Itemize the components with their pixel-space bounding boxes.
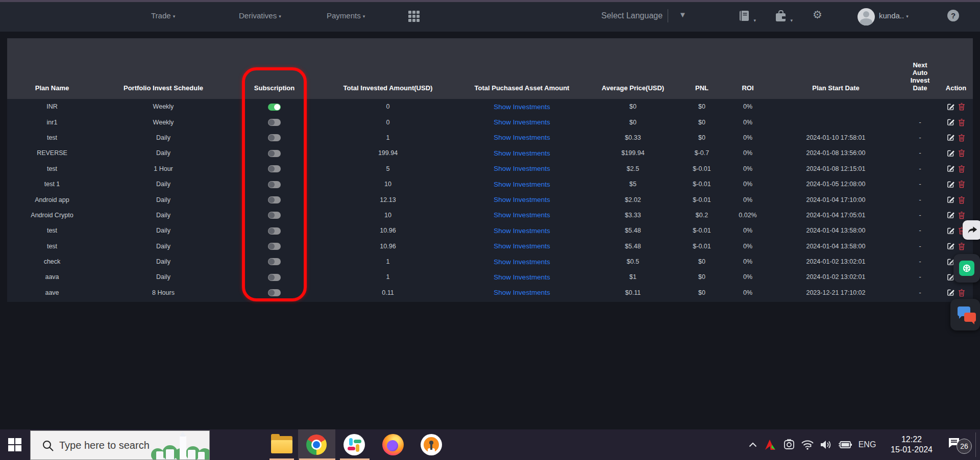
plan-name-cell: inr1 bbox=[7, 114, 97, 130]
notification-center-button[interactable]: 26 bbox=[943, 429, 974, 460]
delete-icon[interactable] bbox=[958, 118, 965, 126]
pnl-cell: $0 bbox=[679, 114, 725, 130]
edit-icon[interactable] bbox=[947, 227, 954, 235]
show-investments-link[interactable]: Show Investments bbox=[494, 227, 550, 235]
edit-icon[interactable] bbox=[947, 149, 954, 157]
subscription-toggle[interactable] bbox=[268, 274, 281, 281]
subscription-toggle[interactable] bbox=[268, 165, 281, 172]
openvpn-icon[interactable] bbox=[416, 429, 447, 460]
notification-count-badge: 26 bbox=[957, 439, 972, 454]
subscription-toggle[interactable] bbox=[268, 104, 281, 111]
edit-icon[interactable] bbox=[947, 242, 954, 250]
wifi-icon[interactable] bbox=[798, 429, 817, 460]
edit-icon[interactable] bbox=[947, 103, 954, 111]
delete-icon[interactable] bbox=[958, 103, 965, 111]
delete-icon[interactable] bbox=[958, 180, 965, 188]
schedule-cell: Daily bbox=[97, 208, 230, 223]
purchased-asset-cell: Show Investments bbox=[457, 239, 587, 254]
column-header-invested: Total Invested Amount(USD) bbox=[319, 38, 457, 99]
edit-icon[interactable] bbox=[947, 134, 954, 141]
table-row: test Daily 1 Show Investments $0.33 $0 0… bbox=[7, 130, 973, 145]
battery-icon[interactable] bbox=[835, 429, 855, 460]
avatar[interactable] bbox=[857, 8, 875, 25]
show-investments-link[interactable]: Show Investments bbox=[494, 149, 550, 157]
nav-menu-derivatives[interactable]: Derivatives▾ bbox=[239, 11, 281, 20]
help-icon[interactable]: ? bbox=[947, 10, 959, 21]
slack-icon[interactable] bbox=[339, 429, 370, 460]
show-investments-link[interactable]: Show Investments bbox=[494, 181, 550, 188]
show-investments-link[interactable]: Show Investments bbox=[494, 273, 550, 281]
apps-grid-icon[interactable] bbox=[408, 11, 420, 22]
subscription-toggle[interactable] bbox=[268, 212, 281, 219]
chrome-icon[interactable] bbox=[301, 429, 332, 460]
tray-graphics-app-icon[interactable] bbox=[762, 429, 779, 460]
show-investments-link[interactable]: Show Investments bbox=[494, 289, 550, 296]
roi-cell: 0% bbox=[725, 161, 771, 176]
plan-start-date-cell: 2024-01-05 12:08:00 bbox=[771, 176, 901, 192]
edit-icon[interactable] bbox=[947, 165, 954, 172]
show-investments-link[interactable]: Show Investments bbox=[494, 118, 550, 126]
plan-name-cell: aave bbox=[7, 285, 97, 300]
delete-icon[interactable] bbox=[958, 196, 965, 204]
purchased-asset-cell: Show Investments bbox=[457, 285, 587, 300]
show-investments-link[interactable]: Show Investments bbox=[494, 242, 550, 250]
file-explorer-icon[interactable] bbox=[266, 429, 297, 460]
subscription-cell bbox=[230, 192, 319, 207]
subscription-toggle[interactable] bbox=[268, 227, 281, 235]
subscription-toggle[interactable] bbox=[268, 134, 281, 141]
delete-icon[interactable] bbox=[958, 242, 965, 250]
show-investments-link[interactable]: Show Investments bbox=[494, 196, 550, 203]
edit-icon[interactable] bbox=[947, 196, 954, 203]
taskbar-search[interactable] bbox=[30, 430, 210, 460]
firefox-icon[interactable] bbox=[378, 429, 408, 460]
subscription-toggle[interactable] bbox=[268, 258, 281, 265]
time-label: 12:22 bbox=[901, 435, 922, 445]
delete-icon[interactable] bbox=[958, 149, 965, 157]
chat-bubbles-extension-button[interactable] bbox=[950, 299, 980, 330]
show-investments-link[interactable]: Show Investments bbox=[494, 134, 550, 141]
plan-name-cell: test bbox=[7, 223, 97, 238]
delete-icon[interactable] bbox=[958, 134, 965, 142]
subscription-toggle[interactable] bbox=[268, 289, 281, 296]
language-dropdown-icon[interactable]: ▼ bbox=[679, 10, 687, 19]
delete-icon[interactable] bbox=[958, 289, 965, 297]
show-investments-link[interactable]: Show Investments bbox=[494, 258, 550, 266]
start-button[interactable] bbox=[0, 429, 30, 460]
show-investments-link[interactable]: Show Investments bbox=[494, 211, 550, 219]
show-desktop-divider[interactable] bbox=[975, 432, 976, 457]
edit-icon[interactable] bbox=[947, 211, 954, 219]
column-header-subscription: Subscription bbox=[230, 38, 319, 99]
delete-icon[interactable] bbox=[958, 165, 965, 173]
next-auto-invest-cell: - bbox=[901, 192, 939, 207]
orders-book-icon[interactable]: ▾ bbox=[739, 10, 756, 24]
nav-menu-trade[interactable]: Trade▾ bbox=[151, 11, 175, 20]
nav-menu-payments[interactable]: Payments▾ bbox=[327, 11, 365, 20]
settings-gear-icon[interactable]: ⚙ bbox=[813, 9, 822, 21]
edit-icon[interactable] bbox=[947, 289, 954, 296]
taskbar-clock[interactable]: 12:22 15-01-2024 bbox=[882, 429, 941, 460]
tray-expand-chevron-icon[interactable] bbox=[744, 429, 762, 460]
plan-name-cell: aava bbox=[7, 269, 97, 285]
subscription-toggle[interactable] bbox=[268, 181, 281, 188]
volume-icon[interactable] bbox=[817, 429, 835, 460]
delete-icon[interactable] bbox=[958, 211, 965, 219]
divider bbox=[668, 9, 668, 22]
edit-icon[interactable] bbox=[947, 118, 954, 126]
show-investments-link[interactable]: Show Investments bbox=[494, 103, 550, 111]
subscription-toggle[interactable] bbox=[268, 150, 281, 157]
show-investments-link[interactable]: Show Investments bbox=[494, 165, 550, 172]
roi-cell: 0% bbox=[725, 269, 771, 285]
subscription-toggle[interactable] bbox=[268, 196, 281, 203]
schedule-cell: 8 Hours bbox=[97, 285, 230, 300]
subscription-toggle[interactable] bbox=[268, 119, 281, 126]
keyboard-language-indicator[interactable]: ENG bbox=[855, 429, 879, 460]
subscription-toggle[interactable] bbox=[268, 243, 281, 250]
edit-icon[interactable] bbox=[947, 181, 954, 188]
share-extension-button[interactable] bbox=[963, 220, 980, 240]
tray-display-icon[interactable] bbox=[780, 429, 798, 460]
chatgpt-extension-button[interactable] bbox=[953, 254, 980, 283]
user-menu[interactable]: kunda..▾ bbox=[879, 11, 909, 20]
wallet-icon[interactable]: ▾ bbox=[775, 10, 793, 24]
invested-amount-cell: 0 bbox=[319, 114, 457, 130]
select-language[interactable]: Select Language bbox=[601, 11, 663, 20]
